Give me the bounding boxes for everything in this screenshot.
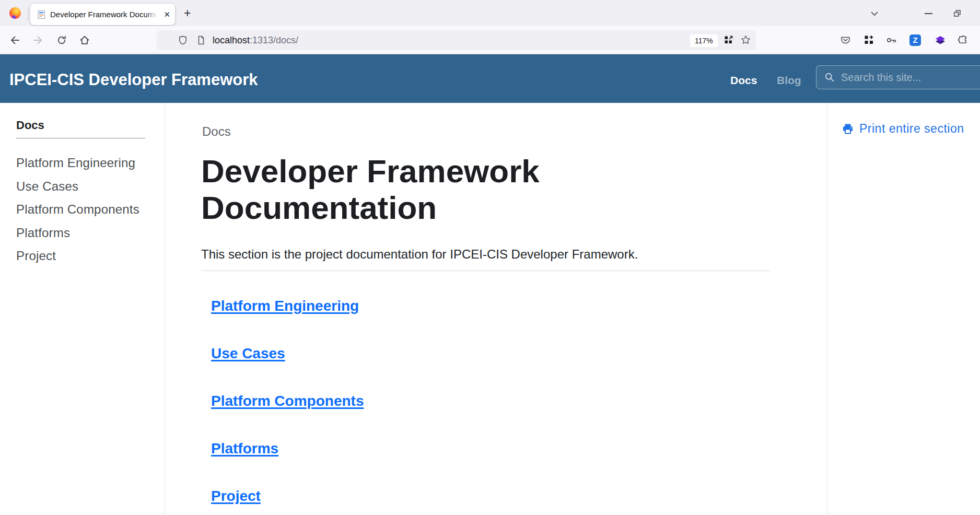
sidebar-item[interactable]: Platforms (16, 221, 139, 245)
pocket-icon[interactable] (840, 35, 851, 46)
tab-close-icon[interactable]: ✕ (164, 10, 170, 18)
tab-separator (28, 7, 28, 20)
reload-button[interactable] (56, 34, 67, 46)
toc-divider (827, 103, 827, 515)
list-tabs-chevron-icon[interactable] (870, 9, 879, 18)
container-grid-icon[interactable] (724, 36, 733, 44)
forward-button[interactable] (32, 34, 44, 46)
new-tab-button[interactable]: + (184, 7, 191, 19)
firefox-logo-icon[interactable] (9, 7, 21, 19)
sidebar-nav: Platform EngineeringUse CasesPlatform Co… (16, 151, 139, 268)
tab-title: Developer Framework Documentation (50, 10, 159, 19)
print-section-link[interactable]: Print entire section (842, 122, 964, 136)
sidebar-item[interactable]: Platform Components (16, 198, 139, 221)
section-link[interactable]: Platform Components (211, 391, 364, 412)
url-text[interactable]: localhost:1313/docs/ (213, 34, 298, 46)
print-section-label: Print entire section (859, 122, 964, 136)
layers-extension-icon[interactable] (935, 34, 946, 46)
nav-blog-link[interactable]: Blog (777, 74, 801, 87)
extensions-puzzle-icon[interactable] (958, 35, 968, 45)
sidebar-item[interactable]: Platform Engineering (16, 151, 139, 175)
sidebar-heading[interactable]: Docs (16, 118, 44, 133)
window-minimize-button[interactable] (925, 13, 932, 14)
back-button[interactable] (9, 34, 20, 46)
sidebar-item[interactable]: Use Cases (16, 175, 139, 198)
intro-paragraph: This section is the project documentatio… (201, 247, 638, 262)
home-button[interactable] (79, 34, 90, 46)
search-icon (824, 72, 835, 83)
section-link[interactable]: Use Cases (211, 343, 364, 364)
tracking-shield-icon[interactable] (178, 35, 188, 45)
sidebar-rule (16, 138, 145, 138)
page-title: Developer Framework Documentation (201, 153, 671, 226)
sidebar-divider (165, 103, 165, 515)
section-link[interactable]: Platform Engineering (211, 296, 364, 317)
favicon-icon (38, 10, 45, 19)
browser-tab[interactable]: Developer Framework Documentation ✕ (30, 4, 175, 25)
section-link[interactable]: Project (211, 486, 364, 507)
fragments-extension-icon[interactable] (864, 35, 874, 45)
content-divider (201, 271, 771, 271)
passwords-key-icon[interactable] (886, 36, 897, 45)
sidebar-item[interactable]: Project (16, 244, 139, 268)
search-input[interactable] (841, 72, 977, 84)
site-search[interactable] (816, 65, 980, 89)
zotero-extension-icon[interactable]: Z (909, 34, 921, 46)
bookmark-star-icon[interactable] (741, 35, 751, 45)
page-info-icon[interactable] (196, 35, 206, 45)
printer-icon (842, 123, 854, 135)
window-restore-button[interactable] (953, 9, 962, 18)
breadcrumb[interactable]: Docs (202, 124, 231, 139)
nav-docs-link[interactable]: Docs (730, 74, 757, 87)
site-title[interactable]: IPCEI-CIS Developer Framework (9, 70, 258, 90)
section-list: Platform EngineeringUse CasesPlatform Co… (211, 296, 364, 515)
section-link[interactable]: Platforms (211, 438, 364, 459)
zoom-indicator[interactable]: 117% (690, 34, 718, 47)
